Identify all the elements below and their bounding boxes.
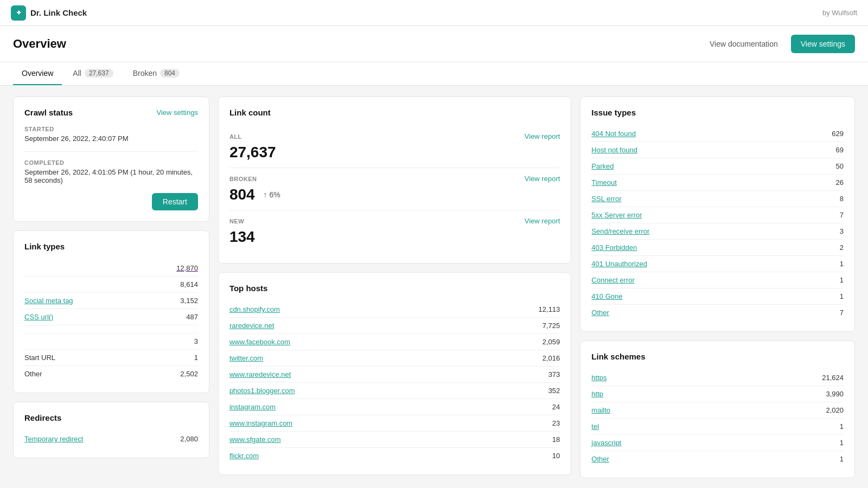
issue-count: 629 xyxy=(832,130,844,138)
link-count-card: Link count ALL View report 27,637 BROKEN… xyxy=(218,97,571,264)
host-name[interactable]: www.sfgate.com xyxy=(229,435,281,444)
host-name[interactable]: raredevice.net xyxy=(229,322,274,330)
top-hosts-title: Top hosts xyxy=(229,284,560,293)
scheme-name[interactable]: javascript xyxy=(591,439,621,447)
link-type-name[interactable]: Social meta tag xyxy=(24,297,73,305)
host-count: 2,059 xyxy=(542,338,560,346)
lc-number: 27,637 xyxy=(229,144,276,161)
link-schemes-title: Link schemes xyxy=(591,352,844,361)
issue-count: 69 xyxy=(836,146,844,154)
app-logo: ✦ xyxy=(11,5,26,21)
link-type-row: CSS url() 487 xyxy=(24,309,198,325)
host-name[interactable]: www.facebook.com xyxy=(229,338,290,346)
issue-name[interactable]: 5xx Server error xyxy=(591,211,642,219)
issue-name[interactable]: Parked xyxy=(591,162,614,170)
view-docs-button[interactable]: View documentation xyxy=(703,35,784,53)
issue-name[interactable]: 403 Forbidden xyxy=(591,243,637,252)
scheme-name[interactable]: https xyxy=(591,374,607,382)
scheme-count: 2,020 xyxy=(826,406,844,414)
issue-count: 1 xyxy=(840,260,844,268)
view-report-button[interactable]: View report xyxy=(525,132,560,140)
issue-name[interactable]: Timeout xyxy=(591,178,616,187)
link-type-row: 3 xyxy=(24,333,198,350)
host-name[interactable]: twitter.com xyxy=(229,354,263,362)
tab-all-label: All xyxy=(73,69,81,78)
tab-overview[interactable]: Overview xyxy=(13,62,62,85)
host-row: www.sfgate.com 18 xyxy=(229,432,560,448)
scheme-row: http 3,990 xyxy=(591,386,844,402)
tab-broken-badge: 804 xyxy=(160,69,180,78)
host-name[interactable]: www.raredevice.net xyxy=(229,370,291,378)
lc-label: ALL xyxy=(229,133,242,140)
crawl-status-card: Crawl status View settings STARTED Septe… xyxy=(13,97,209,222)
host-name[interactable]: www.instagram.com xyxy=(229,419,292,427)
main-content: Crawl status View settings STARTED Septe… xyxy=(0,86,868,488)
link-type-name[interactable]: CSS url() xyxy=(24,313,53,321)
issue-name[interactable]: Connect error xyxy=(591,276,634,284)
issue-name[interactable]: Send/receive error xyxy=(591,227,649,235)
scheme-row: Other 1 xyxy=(591,451,844,467)
middle-column: Link count ALL View report 27,637 BROKEN… xyxy=(218,97,571,475)
link-type-row: 12,870 xyxy=(24,260,198,277)
host-name[interactable]: flickr.com xyxy=(229,452,259,460)
issue-row: Send/receive error 3 xyxy=(591,223,844,240)
issue-name[interactable]: Other xyxy=(591,309,609,317)
issue-count: 3 xyxy=(840,227,844,235)
tab-all[interactable]: All 27,637 xyxy=(64,62,122,85)
issue-name[interactable]: Host not found xyxy=(591,146,637,154)
host-row: instagram.com 24 xyxy=(229,399,560,415)
tab-overview-label: Overview xyxy=(22,69,53,78)
view-report-button[interactable]: View report xyxy=(525,175,560,183)
host-name[interactable]: photos1.blogger.com xyxy=(229,387,295,395)
host-row: photos1.blogger.com 352 xyxy=(229,383,560,399)
redirects-list: Temporary redirect 2,080 xyxy=(24,431,198,447)
scheme-name[interactable]: http xyxy=(591,390,603,398)
link-type-count: 487 xyxy=(186,313,198,321)
scheme-row: mailto 2,020 xyxy=(591,402,844,419)
lc-header: BROKEN View report xyxy=(229,175,560,183)
link-count-section: ALL View report 27,637 xyxy=(229,126,560,168)
link-count-section: NEW View report 134 xyxy=(229,210,560,252)
scheme-count: 1 xyxy=(840,455,844,463)
issue-types-title: Issue types xyxy=(591,108,844,117)
redirect-name[interactable]: Temporary redirect xyxy=(24,435,83,443)
scheme-row: tel 1 xyxy=(591,419,844,435)
host-row: twitter.com 2,016 xyxy=(229,350,560,367)
issue-row: 5xx Server error 7 xyxy=(591,207,844,223)
scheme-row: javascript 1 xyxy=(591,435,844,451)
link-types-card: Link types 12,870 8,614 Social meta tag … xyxy=(13,230,209,393)
issue-count: 7 xyxy=(840,211,844,219)
host-count: 2,016 xyxy=(542,354,560,362)
issue-name[interactable]: 404 Not found xyxy=(591,130,636,138)
issue-row: 404 Not found 629 xyxy=(591,126,844,142)
link-type-row: Other 2,502 xyxy=(24,366,198,382)
scheme-name[interactable]: Other xyxy=(591,455,609,463)
page-header: Overview View documentation View setting… xyxy=(0,26,868,62)
link-type-count: 12,870 xyxy=(176,264,198,272)
link-type-count: 2,502 xyxy=(180,370,198,378)
host-count: 18 xyxy=(552,435,560,444)
redirect-count: 2,080 xyxy=(180,435,198,443)
link-type-count: 3,152 xyxy=(180,297,198,305)
issue-name[interactable]: SSL error xyxy=(591,195,621,203)
view-report-button[interactable]: View report xyxy=(525,217,560,225)
issue-name[interactable]: 410 Gone xyxy=(591,292,622,300)
scheme-name[interactable]: mailto xyxy=(591,406,610,414)
issue-name[interactable]: 401 Unauthorized xyxy=(591,260,647,268)
issue-types-list: 404 Not found 629 Host not found 69 Park… xyxy=(591,126,844,320)
host-name[interactable]: cdn.shopify.com xyxy=(229,305,280,313)
view-settings-button[interactable]: View settings xyxy=(791,35,855,53)
host-row: flickr.com 10 xyxy=(229,448,560,464)
scheme-name[interactable]: tel xyxy=(591,422,599,431)
host-row: www.facebook.com 2,059 xyxy=(229,334,560,350)
link-count-sections: ALL View report 27,637 BROKEN View repor… xyxy=(229,126,560,252)
lc-number: 134 xyxy=(229,228,255,246)
app-title: Dr. Link Check xyxy=(30,8,87,17)
issue-row: Parked 50 xyxy=(591,158,844,175)
tab-broken[interactable]: Broken 804 xyxy=(124,62,188,85)
host-name[interactable]: instagram.com xyxy=(229,403,276,411)
crawl-status-view-settings[interactable]: View settings xyxy=(157,108,198,117)
restart-button[interactable]: Restart xyxy=(152,193,198,210)
lc-header: ALL View report xyxy=(229,132,560,140)
header-actions: View documentation View settings xyxy=(703,35,855,53)
